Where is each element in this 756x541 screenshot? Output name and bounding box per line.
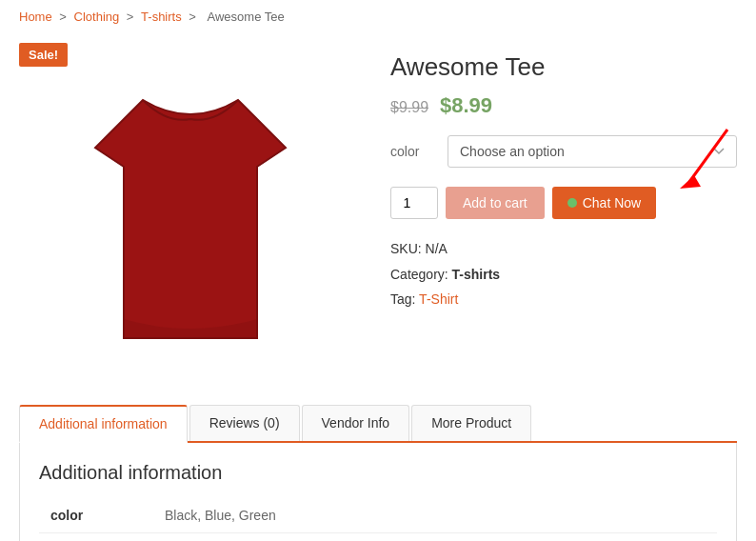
price-old: $9.99	[390, 99, 428, 115]
breadcrumb-tshirts[interactable]: T-shirts	[141, 10, 182, 24]
product-title: Awesome Tee	[390, 52, 737, 82]
sku-value: N/A	[426, 241, 448, 256]
breadcrumb-sep-3: >	[189, 10, 199, 24]
tab-content: Additional information color Black, Blue…	[19, 443, 737, 541]
sale-badge: Sale!	[19, 43, 68, 67]
tab-reviews[interactable]: Reviews (0)	[189, 405, 300, 441]
color-label: color	[390, 144, 448, 159]
category-value: T-shirts	[452, 267, 501, 282]
chat-status-dot	[567, 198, 577, 208]
sku-label: SKU:	[390, 241, 422, 256]
breadcrumb-sep-2: >	[127, 10, 137, 24]
chat-now-label: Chat Now	[583, 195, 641, 210]
breadcrumb-clothing[interactable]: Clothing	[74, 10, 120, 24]
quantity-input[interactable]: 1	[390, 187, 438, 219]
tag-row: Tag: T-Shirt	[390, 287, 737, 312]
tab-vendor-info[interactable]: Vendor Info	[302, 405, 410, 441]
tshirt-icon	[67, 81, 314, 357]
tab-additional-information[interactable]: Additional information	[19, 405, 188, 443]
price-wrap: $9.99 $8.99	[390, 93, 737, 118]
tab-more-product[interactable]: More Product	[411, 405, 531, 441]
sku-row: SKU: N/A	[390, 236, 737, 262]
price-new: $8.99	[440, 93, 492, 117]
add-to-cart-button[interactable]: Add to cart	[446, 187, 545, 219]
color-option-row: color Choose an option Black Blue Green	[390, 135, 737, 168]
category-row: Category: T-shirts	[390, 262, 737, 288]
breadcrumb-current: Awesome Tee	[208, 10, 285, 24]
tabs-section: Additional information Reviews (0) Vendo…	[19, 405, 737, 541]
table-cell-key: color	[39, 498, 153, 533]
breadcrumb: Home > Clothing > T-shirts > Awesome Tee	[0, 0, 756, 33]
product-image-wrap: Sale!	[19, 43, 362, 367]
product-details: Awesome Tee $9.99 $8.99 color Choose an …	[390, 43, 737, 367]
tab-content-title: Additional information	[39, 462, 717, 484]
product-image	[38, 71, 343, 367]
cart-row: 1 Add to cart Chat Now	[390, 187, 737, 219]
info-table: color Black, Blue, Green	[39, 498, 717, 533]
table-row: color Black, Blue, Green	[39, 498, 717, 533]
category-label: Category:	[390, 267, 448, 282]
table-cell-value: Black, Blue, Green	[153, 498, 717, 533]
tabs-nav: Additional information Reviews (0) Vendo…	[19, 405, 737, 443]
color-select[interactable]: Choose an option Black Blue Green	[448, 135, 737, 168]
product-area: Sale! Awesome Tee $9.99 $8.99 color	[0, 33, 756, 386]
svg-marker-1	[680, 175, 701, 189]
breadcrumb-sep-1: >	[59, 10, 70, 24]
tag-label: Tag:	[390, 291, 415, 307]
tag-link[interactable]: T-Shirt	[419, 291, 458, 307]
breadcrumb-home[interactable]: Home	[19, 10, 52, 24]
meta-info: SKU: N/A Category: T-shirts Tag: T-Shirt	[390, 236, 737, 312]
chat-now-button[interactable]: Chat Now	[552, 187, 656, 219]
